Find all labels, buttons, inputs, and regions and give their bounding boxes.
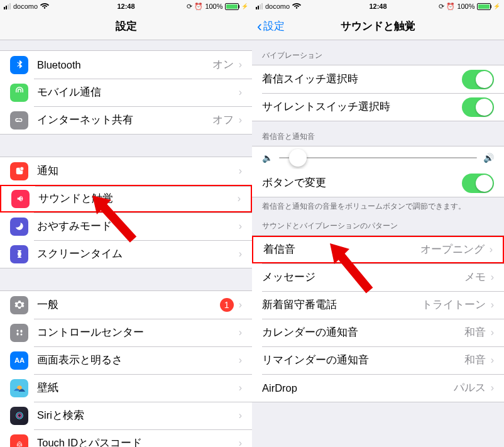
status-time: 12:48 [117, 3, 134, 10]
speaker-high-icon: 🔊 [483, 153, 494, 163]
chevron-right-icon: › [238, 193, 241, 204]
sounds-list[interactable]: バイブレーション 着信スイッチ選択時 サイレントスイッチ選択時 着信音と通知音 … [252, 40, 504, 447]
toggle-switch[interactable] [462, 70, 494, 89]
carrier-label: docomo [13, 3, 38, 10]
chevron-right-icon: › [239, 438, 242, 447]
svg-rect-4 [20, 330, 22, 333]
wifi-icon [40, 3, 49, 9]
display-row[interactable]: AA 画面表示と明るさ › [0, 346, 252, 374]
siri-icon [10, 407, 28, 425]
text-tone-row[interactable]: メッセージ メモ › [252, 263, 504, 291]
dnd-row[interactable]: おやすみモード › [0, 212, 252, 240]
battery-percent: 100% [205, 3, 222, 10]
page-title: サウンドと触覚 [252, 19, 504, 33]
chevron-right-icon: › [239, 165, 242, 177]
chevron-left-icon: ‹ [257, 18, 262, 35]
page-title: 設定 [0, 19, 252, 33]
bluetooth-row[interactable]: Bluetooth オン › [0, 51, 252, 79]
battery-percent: 100% [457, 3, 474, 10]
status-bar: docomo 12:48 ⟳ ⏰ 100% ⚡ [252, 0, 504, 13]
status-bar: docomo 12:48 ⟳ ⏰ 100% ⚡ [0, 0, 252, 13]
hotspot-row[interactable]: インターネット共有 オフ › [0, 106, 252, 134]
settings-list[interactable]: Bluetooth オン › モバイル通信 › インターネット共有 オフ › 通… [0, 40, 252, 447]
svg-point-2 [16, 330, 18, 332]
status-time: 12:48 [369, 3, 386, 10]
volume-slider[interactable] [279, 157, 477, 158]
vibrate-on-ring-row[interactable]: 着信スイッチ選択時 [252, 65, 504, 93]
general-row[interactable]: 一般 1 › [0, 291, 252, 319]
display-icon: AA [10, 351, 28, 370]
touchid-icon [10, 434, 28, 448]
vibration-header: バイブレーション [252, 40, 504, 65]
reminder-alerts-row[interactable]: リマインダーの通知音 和音 › [252, 346, 504, 374]
screentime-icon [10, 245, 28, 263]
alarm-icon: ⏰ [446, 3, 455, 11]
chevron-right-icon: › [239, 382, 242, 394]
calendar-alerts-row[interactable]: カレンダーの通知音 和音 › [252, 319, 504, 346]
chevron-right-icon: › [491, 382, 494, 394]
airdrop-row[interactable]: AirDrop パルス › [252, 374, 504, 402]
chevron-right-icon: › [239, 355, 242, 366]
control-center-row[interactable]: コントロールセンター › [0, 319, 252, 346]
signal-icon [256, 3, 263, 9]
nav-bar: ‹ 設定 サウンドと触覚 [252, 13, 504, 40]
hotspot-icon [10, 111, 28, 130]
chevron-right-icon: › [491, 327, 494, 338]
svg-point-9 [18, 414, 21, 417]
notifications-icon [10, 162, 28, 180]
back-button[interactable]: ‹ 設定 [252, 18, 285, 35]
chevron-right-icon: › [239, 327, 242, 338]
cellular-row[interactable]: モバイル通信 › [0, 79, 252, 106]
chevron-right-icon: › [491, 355, 494, 366]
rotation-lock-icon: ⟳ [439, 3, 444, 11]
sounds-haptics-screen: docomo 12:48 ⟳ ⏰ 100% ⚡ ‹ 設定 サウンドと触覚 バイブ… [252, 0, 504, 447]
dnd-icon [10, 218, 28, 236]
chevron-right-icon: › [490, 244, 493, 255]
speaker-low-icon: 🔈 [262, 153, 273, 163]
chevron-right-icon: › [239, 87, 242, 98]
chevron-right-icon: › [239, 59, 242, 70]
wallpaper-row[interactable]: 壁紙 › [0, 374, 252, 402]
wallpaper-icon [10, 379, 28, 397]
vibrate-on-silent-row[interactable]: サイレントスイッチ選択時 [252, 93, 504, 121]
chevron-right-icon: › [239, 299, 242, 311]
battery-icon [477, 3, 492, 10]
chevron-right-icon: › [239, 221, 242, 232]
notifications-row[interactable]: 通知 › [0, 157, 252, 185]
patterns-header: サウンドとバイブレーションのパターン [252, 217, 504, 235]
ringtone-row[interactable]: 着信音 オープニング › [252, 236, 504, 263]
ringer-alerts-header: 着信音と通知音 [252, 121, 504, 146]
change-with-buttons-row[interactable]: ボタンで変更 [252, 169, 504, 197]
svg-text:AA: AA [14, 356, 24, 364]
siri-row[interactable]: Siriと検索 › [0, 402, 252, 429]
toggle-switch[interactable] [462, 174, 494, 193]
bluetooth-icon [10, 56, 28, 74]
alarm-icon: ⏰ [194, 3, 203, 11]
slider-footer: 着信音と通知音の音量をボリュームボタンで調節できます。 [252, 197, 504, 217]
battery-icon [225, 3, 240, 10]
svg-point-1 [19, 167, 23, 170]
sounds-icon [11, 190, 30, 208]
chevron-right-icon: › [239, 410, 242, 421]
touchid-row[interactable]: Touch IDとパスコード › [0, 429, 252, 447]
chevron-right-icon: › [239, 248, 242, 260]
voicemail-row[interactable]: 新着留守番電話 トライトーン › [252, 291, 504, 319]
svg-rect-3 [16, 333, 18, 336]
chevron-right-icon: › [239, 114, 242, 126]
settings-root-screen: docomo 12:48 ⟳ ⏰ 100% ⚡ 設定 Bluetooth オン … [0, 0, 252, 447]
svg-point-5 [20, 334, 22, 336]
chevron-right-icon: › [491, 299, 494, 311]
toggle-switch[interactable] [462, 97, 494, 117]
nav-bar: 設定 [0, 13, 252, 40]
charging-icon: ⚡ [493, 3, 500, 9]
wifi-icon [292, 3, 301, 9]
screentime-row[interactable]: スクリーンタイム › [0, 240, 252, 268]
signal-icon [4, 3, 11, 9]
sounds-row[interactable]: サウンドと触覚 › [0, 185, 252, 212]
charging-icon: ⚡ [241, 3, 248, 9]
carrier-label: docomo [265, 3, 290, 10]
cellular-icon [10, 84, 28, 102]
chevron-right-icon: › [491, 272, 494, 283]
general-icon [10, 296, 28, 314]
control-center-icon [10, 324, 28, 342]
